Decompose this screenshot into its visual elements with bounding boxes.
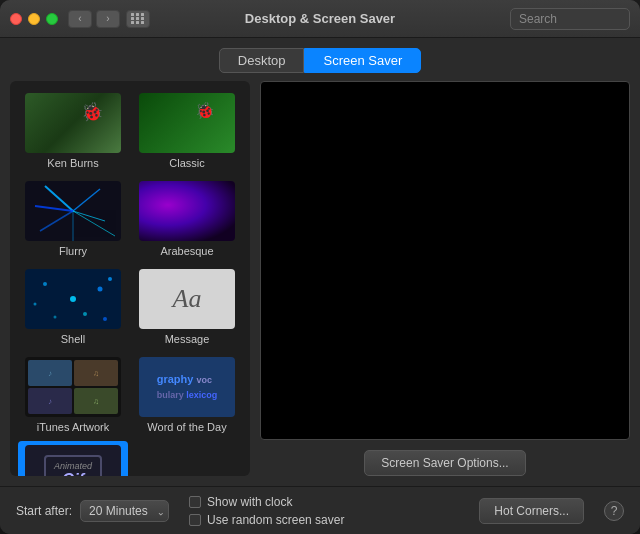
saver-label-message: Message (165, 333, 210, 345)
saver-grid: Ken Burns Classic (14, 85, 246, 476)
hot-corners-button[interactable]: Hot Corners... (479, 498, 584, 524)
start-after-select-wrapper[interactable]: 1 Minute 2 Minutes 5 Minutes 10 Minutes … (80, 500, 169, 522)
saver-item-message[interactable]: Aa Message (132, 265, 242, 349)
close-button[interactable] (10, 13, 22, 25)
svg-point-11 (54, 316, 57, 319)
maximize-button[interactable] (46, 13, 58, 25)
saver-thumb-ken-burns (25, 93, 121, 153)
help-button[interactable]: ? (604, 501, 624, 521)
svg-point-12 (103, 317, 107, 321)
saver-thumb-classic (139, 93, 235, 153)
saver-list[interactable]: Ken Burns Classic (10, 81, 250, 476)
titlebar: ‹ › Desktop & Screen Saver (0, 0, 640, 38)
saver-item-animatedgif[interactable]: Animated Gif AnimatedGif (18, 441, 128, 476)
saver-item-flurry[interactable]: Flurry (18, 177, 128, 261)
svg-point-14 (108, 277, 112, 281)
forward-button[interactable]: › (96, 10, 120, 28)
svg-line-3 (40, 211, 73, 231)
show-clock-row[interactable]: Show with clock (189, 495, 459, 509)
svg-line-2 (73, 211, 105, 221)
saver-thumb-message: Aa (139, 269, 235, 329)
window-title: Desktop & Screen Saver (245, 11, 395, 26)
saver-item-classic[interactable]: Classic (132, 89, 242, 173)
svg-point-7 (70, 296, 76, 302)
saver-thumb-animatedgif: Animated Gif (25, 445, 121, 476)
show-clock-checkbox[interactable] (189, 496, 201, 508)
saver-label-arabesque: Arabesque (160, 245, 213, 257)
checkboxes: Show with clock Use random screen saver (189, 495, 459, 527)
saver-item-wordday[interactable]: graphy voc bulary lexicog Word of the Da… (132, 353, 242, 437)
saver-thumb-flurry (25, 181, 121, 241)
svg-point-10 (83, 312, 87, 316)
tab-screensaver[interactable]: Screen Saver (304, 48, 421, 73)
main-content: Ken Burns Classic (0, 81, 640, 486)
traffic-lights (10, 13, 58, 25)
window: ‹ › Desktop & Screen Saver Desktop Scree… (0, 0, 640, 534)
saver-label-shell: Shell (61, 333, 85, 345)
back-button[interactable]: ‹ (68, 10, 92, 28)
svg-point-8 (43, 282, 47, 286)
right-panel: Screen Saver Options... (260, 81, 630, 476)
saver-thumb-arabesque (139, 181, 235, 241)
grid-icon (131, 13, 145, 24)
saver-item-shell[interactable]: Shell (18, 265, 128, 349)
svg-point-9 (98, 287, 103, 292)
saver-item-arabesque[interactable]: Arabesque (132, 177, 242, 261)
app-grid-button[interactable] (126, 10, 150, 28)
saver-item-itunes[interactable]: ♪ ♫ ♪ ♫ iTunes Artwork (18, 353, 128, 437)
saver-thumb-wordday: graphy voc bulary lexicog (139, 357, 235, 417)
saver-label-wordday: Word of the Day (147, 421, 226, 433)
search-box[interactable] (510, 8, 630, 30)
preview-area (260, 81, 630, 440)
screen-saver-options-button[interactable]: Screen Saver Options... (364, 450, 525, 476)
saver-label-itunes: iTunes Artwork (37, 421, 109, 433)
start-after-control: Start after: 1 Minute 2 Minutes 5 Minute… (16, 500, 169, 522)
saver-label-flurry: Flurry (59, 245, 87, 257)
saver-thumb-shell (25, 269, 121, 329)
tab-bar: Desktop Screen Saver (0, 38, 640, 81)
saver-thumb-itunes: ♪ ♫ ♪ ♫ (25, 357, 121, 417)
search-input[interactable] (519, 12, 621, 26)
show-clock-label: Show with clock (207, 495, 292, 509)
saver-item-ken-burns[interactable]: Ken Burns (18, 89, 128, 173)
random-saver-checkbox[interactable] (189, 514, 201, 526)
random-saver-row[interactable]: Use random screen saver (189, 513, 459, 527)
saver-label-ken-burns: Ken Burns (47, 157, 98, 169)
saver-label-classic: Classic (169, 157, 204, 169)
svg-line-6 (73, 211, 115, 236)
nav-buttons: ‹ › (68, 10, 120, 28)
start-after-select[interactable]: 1 Minute 2 Minutes 5 Minutes 10 Minutes … (80, 500, 169, 522)
start-after-label: Start after: (16, 504, 72, 518)
bottom-bar: Start after: 1 Minute 2 Minutes 5 Minute… (0, 486, 640, 534)
random-saver-label: Use random screen saver (207, 513, 344, 527)
minimize-button[interactable] (28, 13, 40, 25)
tab-desktop[interactable]: Desktop (219, 48, 305, 73)
svg-point-13 (34, 303, 37, 306)
svg-line-1 (73, 189, 100, 211)
